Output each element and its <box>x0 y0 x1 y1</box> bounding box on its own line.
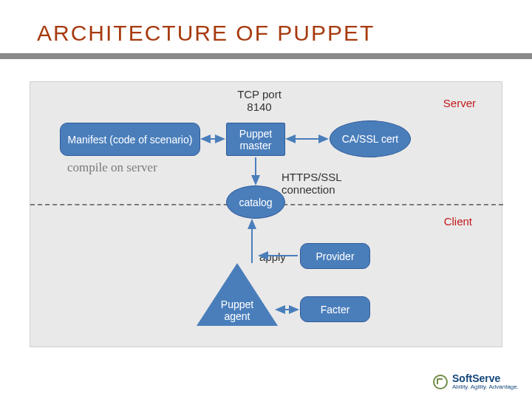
logo-tagline: Ability. Agility. Advantage. <box>452 383 519 390</box>
server-label: Server <box>443 97 476 109</box>
logo-name: SoftServe <box>452 373 519 383</box>
tcp-port-label: TCP port 8140 <box>230 88 289 113</box>
diagram-panel: TCP port 8140 Server Client compile on s… <box>30 81 502 347</box>
title-underline <box>0 53 532 59</box>
catalog-node: catalog <box>226 185 285 219</box>
logo-icon <box>433 375 448 389</box>
client-label: Client <box>444 215 472 228</box>
ca-ssl-node: CA/SSL cert <box>330 120 411 157</box>
apply-label: apply <box>259 250 286 263</box>
manifest-node: Manifest (code of scenario) <box>60 123 200 156</box>
page-title: ARCHITECTURE OF PUPPET <box>37 21 375 46</box>
facter-node: Facter <box>300 296 370 322</box>
puppet-master-node: Puppet master <box>226 123 285 156</box>
compile-label: compile on server <box>67 160 157 175</box>
softserve-logo: SoftServe Ability. Agility. Advantage. <box>433 373 519 390</box>
puppet-agent-label: Puppet agent <box>208 299 267 322</box>
https-label: HTTPS/SSL connection <box>282 171 355 196</box>
provider-node: Provider <box>300 243 370 269</box>
